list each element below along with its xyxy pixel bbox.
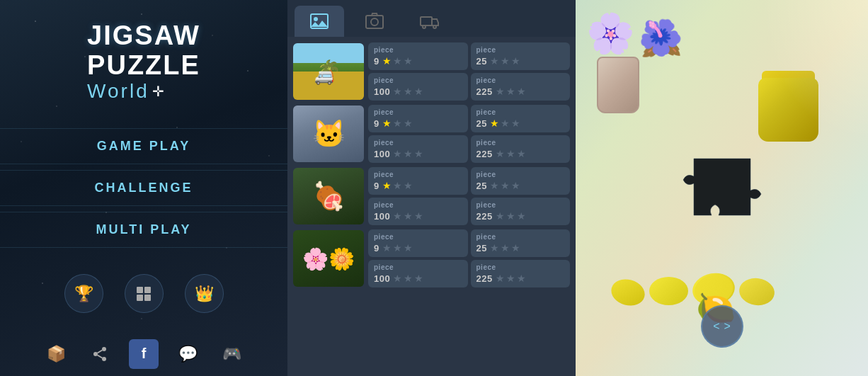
star-2: ★ (404, 273, 413, 284)
star-3: ★ (511, 118, 520, 129)
stars-row: 9 ★ ★ ★ (374, 118, 462, 129)
middle-panel: 🌴 🚐 piece 9 ★ ★ ★ piece 2 (287, 0, 576, 376)
star-3: ★ (404, 118, 413, 129)
score-cell[interactable]: piece 9 ★ ★ ★ (368, 167, 468, 195)
score-cell[interactable]: piece 225 ★ ★ ★ (471, 73, 571, 101)
piece-label: piece (374, 76, 462, 84)
deco-vase (597, 57, 646, 120)
grid-icon-button[interactable] (125, 274, 164, 313)
crown-icon-button[interactable]: 👑 (185, 274, 224, 313)
star-2: ★ (501, 180, 510, 191)
star-1: ★ (496, 210, 505, 222)
piece-count: 25 (476, 56, 487, 67)
piece-count: 100 (374, 273, 390, 284)
nav-circle[interactable]: < > (701, 305, 743, 348)
star-3: ★ (517, 210, 526, 222)
score-cell[interactable]: piece 100 ★ ★ ★ (368, 135, 468, 163)
score-cell[interactable]: piece 25 ★ ★ ★ (471, 229, 571, 257)
star-1: ★ (382, 180, 392, 191)
score-cell[interactable]: piece 9 ★ ★ ★ (368, 105, 468, 132)
nav-item-challenge[interactable]: CHALLENGE (0, 170, 287, 206)
star-2: ★ (393, 242, 402, 253)
facebook-icon[interactable]: f (129, 339, 159, 369)
svg-point-6 (102, 357, 106, 361)
piece-label: piece (476, 139, 565, 147)
chat-icon[interactable]: 💬 (173, 339, 202, 369)
piece-count: 9 (374, 118, 379, 129)
puzzle-row: 🍖 piece 9 ★ ★ ★ piece 25 ★ (293, 167, 570, 225)
score-cell[interactable]: piece 100 ★ ★ ★ (368, 260, 468, 287)
stars-row: 25 ★ ★ ★ (476, 118, 565, 129)
nav-prev-arrow[interactable]: < (713, 320, 719, 333)
puzzle-list: 🌴 🚐 piece 9 ★ ★ ★ piece 2 (287, 37, 576, 376)
trophy-icon-button[interactable]: 🏆 (64, 274, 103, 313)
tab-photo[interactable] (350, 6, 399, 37)
star-2: ★ (404, 148, 413, 159)
score-cell[interactable]: piece 9 ★ ★ ★ (368, 42, 468, 70)
piece-label: piece (374, 46, 462, 54)
nav-next-arrow[interactable]: > (724, 320, 731, 333)
piece-label: piece (476, 171, 565, 178)
piece-count: 25 (476, 118, 487, 129)
piece-label: piece (476, 108, 565, 116)
gamepad-icon[interactable]: 🎮 (217, 339, 246, 369)
score-cell[interactable]: piece 9 ★ ★ ★ (368, 229, 468, 257)
star-1: ★ (393, 273, 402, 284)
svg-point-15 (433, 25, 436, 28)
logo-line3: World✛ (87, 81, 200, 103)
tab-truck[interactable] (405, 6, 455, 37)
share-icon[interactable] (85, 339, 115, 369)
deco-window-light (762, 0, 868, 142)
deco-lemons (611, 273, 775, 305)
score-grid-food: piece 9 ★ ★ ★ piece 25 ★ ★ ★ (368, 167, 570, 225)
piece-count: 225 (476, 149, 493, 159)
star-2: ★ (393, 118, 402, 129)
piece-count: 225 (476, 86, 493, 97)
puzzle-thumb-cat[interactable]: 🐱 (293, 106, 364, 162)
piece-count: 225 (476, 273, 493, 284)
score-cell[interactable]: piece 25 ★ ★ ★ (471, 105, 571, 132)
star-2: ★ (404, 86, 413, 97)
score-cell[interactable]: piece 25 ★ ★ ★ (471, 167, 571, 195)
stars-row: 25 ★ ★ ★ (476, 242, 565, 253)
stars-row: 225 ★ ★ ★ (476, 210, 565, 222)
stars-row: 25 ★ ★ ★ (476, 55, 565, 67)
star-3: ★ (404, 55, 413, 67)
puzzle-row: 🐱 piece 9 ★ ★ ★ piece 25 ★ (293, 105, 570, 163)
star-1: ★ (496, 273, 505, 284)
piece-count: 9 (374, 56, 379, 67)
piece-count: 25 (476, 181, 487, 191)
puzzle-thumb-food[interactable]: 🍖 (293, 168, 364, 224)
score-cell[interactable]: piece 25 ★ ★ ★ (471, 42, 571, 70)
score-cell[interactable]: piece 225 ★ ★ ★ (471, 260, 571, 287)
score-cell[interactable]: piece 225 ★ ★ ★ (471, 198, 571, 225)
svg-line-7 (98, 355, 103, 358)
puzzle-thumb-beach[interactable]: 🌴 🚐 (293, 43, 364, 100)
score-grid-cat: piece 9 ★ ★ ★ piece 25 ★ ★ ★ (368, 105, 570, 163)
nav-item-multiplay[interactable]: MULTI PLAY (0, 212, 287, 248)
star-1: ★ (490, 180, 499, 191)
score-cell[interactable]: piece 100 ★ ★ ★ (368, 198, 468, 225)
mystery-box-icon[interactable]: 📦 (41, 339, 71, 369)
left-panel: JIGSAW PUZZLE World✛ GAME PLAY CHALLENGE… (0, 0, 287, 376)
piece-label: piece (476, 263, 565, 271)
stars-row: 225 ★ ★ ★ (476, 86, 565, 97)
tab-image[interactable] (295, 6, 344, 37)
star-3: ★ (414, 86, 423, 97)
puzzle-row: 🌸🌼 piece 9 ★ ★ ★ piece 25 ★ (293, 229, 570, 287)
star-1: ★ (496, 148, 505, 159)
svg-point-4 (102, 347, 106, 351)
puzzle-thumb-flowers[interactable]: 🌸🌼 (293, 230, 364, 287)
svg-point-14 (423, 25, 426, 28)
nav-item-gameplay[interactable]: GAME PLAY (0, 128, 287, 164)
piece-label: piece (374, 139, 462, 147)
stars-row: 225 ★ ★ ★ (476, 273, 565, 284)
svg-point-10 (314, 17, 318, 21)
deco-top-flowers: 🌸 🌺 (586, 11, 683, 59)
score-cell[interactable]: piece 225 ★ ★ ★ (471, 135, 571, 163)
logo-line1: JIGSAW (87, 21, 200, 51)
star-3: ★ (414, 273, 423, 284)
svg-line-8 (98, 350, 103, 353)
score-cell[interactable]: piece 100 ★ ★ ★ (368, 73, 468, 101)
star-1: ★ (490, 242, 499, 253)
